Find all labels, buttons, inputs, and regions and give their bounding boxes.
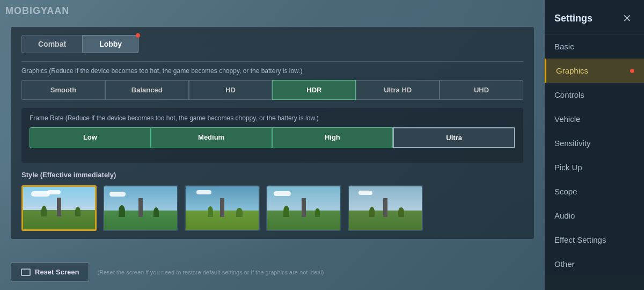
sidebar-item-sensitivity[interactable]: Sensitivity [545,131,644,155]
sidebar-item-vehicle[interactable]: Vehicle [545,107,644,131]
style-thumb-2[interactable] [103,185,178,231]
sidebar-item-effect-settings[interactable]: Effect Settings [545,228,644,252]
frame-rate-section: Frame Rate (Reduce if the device becomes… [21,108,523,163]
style-thumb-1[interactable] [21,185,97,231]
frame-low[interactable]: Low [30,127,151,148]
sidebar-item-controls[interactable]: Controls [545,83,644,107]
main-content: Combat Lobby Graphics (Reduce if the dev… [0,0,545,290]
style-thumb-3[interactable] [185,185,260,231]
reset-icon [21,269,31,276]
tab-lobby[interactable]: Lobby [83,35,138,53]
sidebar-title: Settings [554,13,592,24]
style-label: Style (Effective immediately) [21,171,523,179]
lobby-tab-dot [136,33,140,38]
graphics-options: Smooth Balanced HD HDR Ultra HD UHD [21,80,523,100]
graphics-ultra-hd[interactable]: Ultra HD [356,80,440,100]
reset-note: (Reset the screen if you need to restore… [97,269,324,276]
reset-button-label: Reset Screen [35,268,79,276]
graphics-smooth[interactable]: Smooth [21,80,105,100]
frame-ultra[interactable]: Ultra [393,127,515,148]
tab-combat[interactable]: Combat [21,35,83,53]
graphics-hdr[interactable]: HDR [272,80,356,100]
frame-rate-options: Low Medium High Ultra [30,127,515,148]
style-section: Style (Effective immediately) [21,171,523,231]
reset-screen-button[interactable]: Reset Screen [11,262,89,282]
sidebar-item-audio[interactable]: Audio [545,204,644,228]
sidebar-header: Settings ✕ [545,8,644,34]
graphics-dot [630,69,634,73]
close-button[interactable]: ✕ [619,11,634,26]
sidebar-item-basic[interactable]: Basic [545,34,644,59]
watermark: MOBIGYAAN [5,5,69,17]
reset-bar: Reset Screen (Reset the screen if you ne… [11,262,534,282]
graphics-balanced[interactable]: Balanced [105,80,189,100]
graphics-hd[interactable]: HD [189,80,273,100]
sidebar: Settings ✕ Basic Graphics Controls Vehic… [545,0,644,290]
graphics-section-label: Graphics (Reduce if the device becomes t… [21,67,523,75]
tabs-container: Combat Lobby [21,35,523,53]
style-thumb-4[interactable] [266,185,341,231]
frame-high[interactable]: High [272,127,393,148]
sidebar-item-graphics[interactable]: Graphics [545,59,644,83]
graphics-uhd[interactable]: UHD [440,80,523,100]
sidebar-item-pickup[interactable]: Pick Up [545,155,644,179]
style-thumbnails [21,185,523,231]
divider-1 [21,61,523,62]
style-thumb-5[interactable] [348,185,423,231]
sidebar-item-other[interactable]: Other [545,252,644,276]
frame-medium[interactable]: Medium [151,127,272,148]
sidebar-item-scope[interactable]: Scope [545,179,644,204]
settings-panel: Combat Lobby Graphics (Reduce if the dev… [11,27,534,239]
frame-rate-label: Frame Rate (Reduce if the device becomes… [30,114,515,122]
